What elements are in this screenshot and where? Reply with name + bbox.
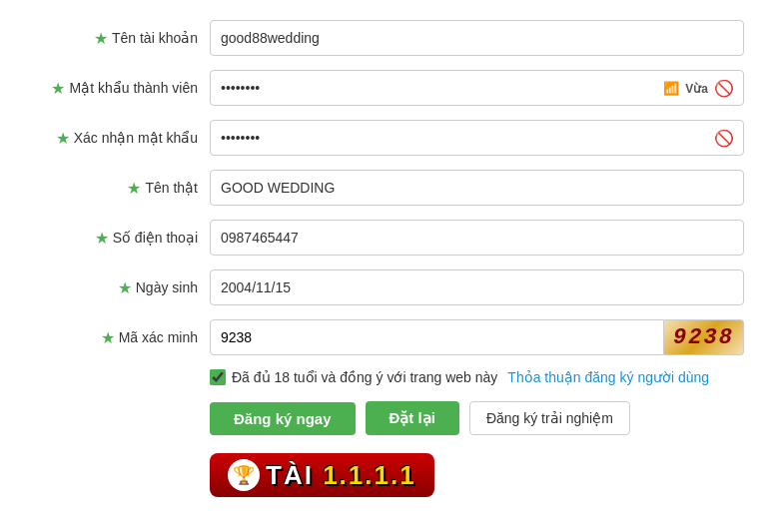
age-agreement-checkbox[interactable] (210, 369, 226, 385)
realname-row: ★ Tên thật (30, 170, 744, 206)
promo-numbers: 1.1.1.1 (323, 460, 416, 490)
promo-inner[interactable]: 🏆 TÀI 1.1.1.1 (210, 453, 434, 497)
signal-strength-icon: 📶 (663, 81, 679, 96)
age-agreement-label: Đã đủ 18 tuổi và đồng ý với trang web nà… (232, 369, 497, 385)
realname-label: ★ Tên thật (30, 179, 210, 198)
phone-label: ★ Số điện thoại (30, 229, 210, 248)
username-input-wrap (210, 20, 744, 56)
star-icon-5: ★ (95, 229, 109, 248)
promo-icon: 🏆 (228, 459, 260, 491)
password-row: ★ Mật khẩu thành viên 📶 Vừa 🚫 (30, 70, 744, 106)
strength-badge: Vừa (685, 81, 708, 95)
terms-link[interactable]: Thỏa thuận đăng ký người dùng (507, 369, 709, 385)
reset-button[interactable]: Đặt lại (366, 401, 459, 435)
confirm-password-label: ★ Xác nhận mật khẩu (30, 129, 210, 148)
birthday-input[interactable] (210, 269, 744, 305)
password-input-wrap: 📶 Vừa 🚫 (210, 70, 744, 106)
realname-input-wrap (210, 170, 744, 206)
trial-button[interactable]: Đăng ký trải nghiệm (469, 401, 630, 435)
password-icons: 📶 Vừa 🚫 (663, 79, 734, 98)
username-input[interactable] (210, 20, 744, 56)
star-icon: ★ (94, 29, 108, 48)
star-icon-2: ★ (51, 79, 65, 98)
birthday-label: ★ Ngày sinh (30, 278, 210, 297)
birthday-input-wrap (210, 269, 744, 305)
confirm-password-icons: 🚫 (714, 129, 734, 148)
captcha-row: ★ Mã xác minh 9238 (30, 319, 744, 355)
phone-input[interactable] (210, 220, 744, 256)
password-label: ★ Mật khẩu thành viên (30, 79, 210, 98)
confirm-password-input[interactable] (210, 120, 744, 156)
captcha-image[interactable]: 9238 (664, 319, 744, 355)
username-row: ★ Tên tài khoản (30, 20, 744, 56)
birthday-row: ★ Ngày sinh (30, 269, 744, 305)
phone-row: ★ Số điện thoại (30, 220, 744, 256)
star-icon-7: ★ (101, 328, 115, 347)
eye-slash-icon-2[interactable]: 🚫 (714, 129, 734, 148)
promo-text: TÀI 1.1.1.1 (266, 460, 416, 491)
realname-input[interactable] (210, 170, 744, 206)
captcha-label: ★ Mã xác minh (30, 328, 210, 347)
captcha-input-wrap: 9238 (210, 319, 744, 355)
phone-input-wrap (210, 220, 744, 256)
star-icon-6: ★ (118, 278, 132, 297)
captcha-input[interactable] (210, 319, 664, 355)
star-icon-4: ★ (127, 179, 141, 198)
buttons-row: Đăng ký ngay Đặt lại Đăng ký trải nghiệm (210, 401, 744, 435)
confirm-password-input-wrap: 🚫 (210, 120, 744, 156)
checkbox-row: Đã đủ 18 tuổi và đồng ý với trang web nà… (210, 369, 744, 385)
confirm-password-row: ★ Xác nhận mật khẩu 🚫 (30, 120, 744, 156)
promo-banner: 🏆 TÀI 1.1.1.1 (210, 453, 744, 497)
eye-slash-icon[interactable]: 🚫 (714, 79, 734, 98)
register-button[interactable]: Đăng ký ngay (210, 402, 356, 435)
star-icon-3: ★ (56, 129, 70, 148)
username-label: ★ Tên tài khoản (30, 29, 210, 48)
